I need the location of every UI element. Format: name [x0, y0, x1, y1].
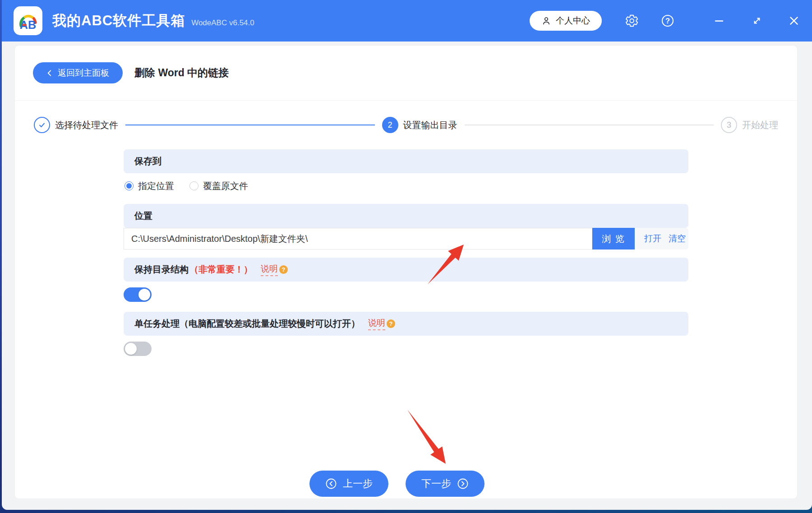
radio-specified-location[interactable]: 指定位置	[125, 180, 174, 192]
clear-link[interactable]: 清空	[669, 233, 686, 245]
close-button[interactable]	[785, 12, 803, 30]
step-connector-pending	[465, 125, 714, 125]
minimize-button[interactable]	[710, 12, 728, 30]
step-2-label: 设置输出目录	[403, 119, 457, 131]
location-title: 位置	[134, 210, 152, 222]
step-3: 3 开始处理	[721, 117, 778, 133]
settings-button[interactable]	[623, 12, 641, 30]
back-button-label: 返回到主面板	[58, 67, 109, 79]
svg-text:?: ?	[665, 17, 670, 25]
prev-step-label: 上一步	[343, 477, 373, 490]
prev-step-button[interactable]: 上一步	[309, 471, 388, 497]
step-connector-done	[125, 125, 375, 125]
question-badge-icon[interactable]: ?	[279, 265, 288, 274]
single-task-title: 单任务处理（电脑配置较差或批量处理较慢时可以打开）	[134, 318, 360, 330]
radio-overwrite-original[interactable]: 覆盖原文件	[189, 180, 248, 192]
chevron-left-icon	[46, 69, 52, 77]
next-step-button[interactable]: 下一步	[406, 471, 484, 497]
step-1: 选择待处理文件	[34, 117, 118, 133]
svg-text:AB: AB	[20, 18, 36, 31]
step-1-label: 选择待处理文件	[55, 119, 118, 131]
maximize-icon	[752, 15, 762, 26]
step-2-circle: 2	[382, 117, 398, 133]
help-button[interactable]: ?	[659, 12, 677, 30]
save-to-header: 保存到	[124, 149, 688, 173]
radio-overwrite-original-label: 覆盖原文件	[203, 180, 248, 192]
titlebar: AB 我的ABC软件工具箱 WodeABC v6.54.0 个人中心	[2, 0, 812, 42]
save-to-title: 保存到	[134, 155, 161, 167]
keep-structure-toggle-row	[124, 287, 688, 302]
question-badge-icon[interactable]: ?	[387, 319, 395, 328]
step-3-label: 开始处理	[742, 119, 778, 131]
radio-icon	[125, 181, 134, 190]
user-center-label: 个人中心	[556, 15, 590, 27]
user-center-button[interactable]: 个人中心	[530, 11, 602, 31]
app-window: AB 我的ABC软件工具箱 WodeABC v6.54.0 个人中心	[2, 0, 812, 510]
app-logo: AB	[14, 6, 42, 35]
user-icon	[541, 16, 551, 26]
open-link[interactable]: 打开	[644, 233, 661, 245]
app-version: WodeABC v6.54.0	[191, 18, 254, 28]
single-task-toggle[interactable]	[124, 342, 152, 356]
toggle-knob	[125, 343, 137, 355]
gear-icon	[625, 14, 638, 27]
wizard-nav: 上一步 下一步	[15, 471, 779, 497]
app-title-group: 我的ABC软件工具箱 WodeABC v6.54.0	[52, 11, 254, 30]
maximize-button[interactable]	[748, 12, 766, 30]
output-path-input[interactable]	[124, 228, 592, 250]
card-header: 返回到主面板 删除 Word 中的链接	[15, 46, 797, 101]
path-actions: 打开 清空	[635, 228, 688, 250]
app-title: 我的ABC软件工具箱	[52, 11, 185, 30]
output-path-row: 浏 览 打开 清空	[124, 228, 688, 250]
step-1-circle	[34, 117, 50, 133]
keep-structure-title: 保持目录结构	[134, 263, 189, 276]
next-step-label: 下一步	[421, 477, 451, 490]
keep-structure-header: 保持目录结构 （非常重要！） 说明 ?	[124, 258, 688, 282]
circle-chevron-left-icon	[325, 478, 337, 490]
single-task-header: 单任务处理（电脑配置较差或批量处理较慢时可以打开） 说明 ?	[124, 312, 688, 336]
save-to-options: 指定位置 覆盖原文件	[124, 173, 688, 199]
step-3-circle: 3	[721, 117, 737, 133]
app-logo-icon: AB	[16, 9, 40, 32]
browse-button[interactable]: 浏 览	[592, 228, 635, 250]
single-task-toggle-row	[124, 342, 688, 356]
location-header: 位置	[124, 204, 688, 228]
circle-chevron-right-icon	[457, 478, 469, 490]
step-indicator: 选择待处理文件 2 设置输出目录 3 开始处理	[15, 101, 797, 149]
content-card: 返回到主面板 删除 Word 中的链接 选择待处理文件 2 设置输出目录 3	[14, 45, 798, 499]
help-icon: ?	[661, 14, 674, 27]
check-icon	[38, 121, 46, 129]
keep-structure-help-link[interactable]: 说明	[261, 263, 278, 276]
toggle-knob	[138, 289, 150, 300]
page-title: 删除 Word 中的链接	[134, 66, 229, 80]
minimize-icon	[714, 15, 724, 26]
output-settings-form: 保存到 指定位置 覆盖原文件 位置 浏 览 打开	[124, 149, 688, 356]
single-task-help-link[interactable]: 说明	[368, 317, 385, 330]
important-note: （非常重要！）	[189, 263, 253, 276]
close-icon	[788, 15, 800, 27]
keep-structure-toggle[interactable]	[124, 287, 152, 302]
step-2: 2 设置输出目录	[382, 117, 457, 133]
radio-icon	[189, 181, 198, 190]
back-to-main-button[interactable]: 返回到主面板	[33, 62, 123, 83]
radio-specified-location-label: 指定位置	[138, 180, 174, 192]
